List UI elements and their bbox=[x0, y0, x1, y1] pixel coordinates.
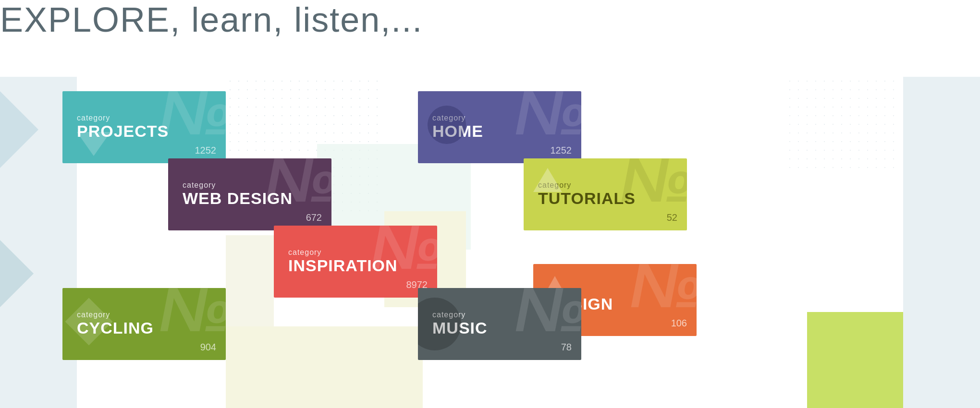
category-label-inspiration: category bbox=[288, 248, 423, 257]
category-card-inspiration[interactable]: № category INSPIRATION 8972 bbox=[274, 226, 437, 298]
bg-right-panel bbox=[903, 77, 980, 408]
category-card-music[interactable]: № category MUSIC 78 bbox=[418, 288, 581, 360]
bg-cream1 bbox=[226, 235, 274, 331]
category-number-design: 106 bbox=[671, 318, 687, 329]
category-card-home[interactable]: № category HOME 1252 bbox=[418, 91, 581, 163]
category-number-home: 1252 bbox=[551, 145, 572, 156]
bg-left-tri2 bbox=[0, 240, 34, 307]
category-label-webdesign: category bbox=[183, 181, 317, 190]
bg-light-green-right bbox=[807, 312, 903, 408]
shape-cycling bbox=[65, 298, 113, 346]
category-number-cycling: 904 bbox=[200, 342, 216, 353]
category-card-projects[interactable]: № category PROJECTS 1252 bbox=[62, 91, 226, 163]
category-name-webdesign: WEB DESIGN bbox=[183, 190, 317, 207]
category-number-webdesign: 672 bbox=[306, 212, 322, 223]
bg-dots-right bbox=[785, 77, 901, 173]
shape-tutorials bbox=[533, 168, 562, 192]
page-header: EXPLORE, learn, listen,... bbox=[0, 0, 980, 39]
category-name-tutorials: TUTORIALS bbox=[538, 190, 673, 207]
shape-music bbox=[418, 298, 461, 350]
category-number-tutorials: 52 bbox=[667, 212, 677, 223]
category-number-music: 78 bbox=[561, 342, 572, 353]
category-grid: № category PROJECTS 1252 № category HOME… bbox=[0, 77, 980, 408]
category-number-projects: 1252 bbox=[195, 145, 217, 156]
category-card-webdesign[interactable]: № category WEB DESIGN 672 bbox=[168, 158, 331, 230]
category-label-projects: category bbox=[77, 114, 211, 122]
shape-home bbox=[428, 106, 466, 144]
bg-left-tri1 bbox=[0, 91, 38, 168]
page-title: EXPLORE, learn, listen,... bbox=[0, 0, 980, 39]
bg-cream3 bbox=[226, 326, 423, 408]
shape-projects bbox=[77, 132, 110, 156]
category-card-tutorials[interactable]: № category TUTORIALS 52 bbox=[524, 158, 687, 230]
category-card-cycling[interactable]: № category CYCLING 904 bbox=[62, 288, 226, 360]
category-name-inspiration: INSPIRATION bbox=[288, 257, 423, 275]
